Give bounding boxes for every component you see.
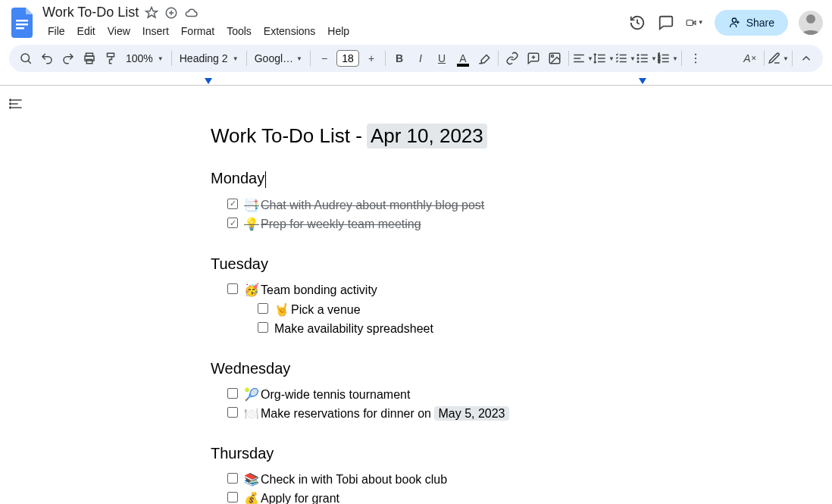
menu-format[interactable]: Format bbox=[176, 22, 220, 40]
menu-help[interactable]: Help bbox=[322, 22, 355, 40]
thursday-list: 📚Check in with Tobi about book club 💰App… bbox=[211, 470, 832, 504]
docs-logo-icon[interactable] bbox=[9, 9, 36, 36]
history-icon[interactable] bbox=[628, 14, 646, 32]
separator bbox=[792, 51, 793, 66]
list-item[interactable]: 💡Prep for weekly team meeting bbox=[211, 214, 832, 234]
zoom-select[interactable]: 100%▼ bbox=[121, 52, 168, 64]
search-icon[interactable] bbox=[15, 48, 36, 69]
heading-prefix: Work To-Do List - bbox=[211, 124, 362, 148]
doc-heading[interactable]: Work To-Do List - Apr 10, 2023 bbox=[211, 124, 832, 149]
checkbox-icon[interactable] bbox=[227, 388, 238, 399]
menu-edit[interactable]: Edit bbox=[72, 22, 101, 40]
list-item[interactable]: 🥳Team bonding activity bbox=[211, 280, 832, 300]
emoji-icon: 📚 bbox=[244, 473, 259, 486]
indent-marker-left-icon[interactable] bbox=[205, 78, 212, 84]
clear-formatting-icon[interactable]: A✕ bbox=[740, 48, 761, 69]
menubar: File Edit View Insert Format Tools Exten… bbox=[42, 22, 622, 40]
svg-rect-4 bbox=[687, 20, 693, 25]
font-size-input[interactable] bbox=[336, 50, 359, 67]
checkbox-icon[interactable] bbox=[227, 492, 238, 502]
share-button[interactable]: Share bbox=[715, 10, 788, 36]
list-item[interactable]: 📚Check in with Tobi about book club bbox=[211, 470, 832, 490]
section-tuesday[interactable]: Tuesday bbox=[211, 255, 832, 273]
svg-point-11 bbox=[552, 55, 554, 58]
list-item[interactable]: 🍽️Make reservations for dinner on May 5,… bbox=[211, 404, 832, 424]
svg-point-23 bbox=[10, 107, 11, 108]
checkbox-icon[interactable] bbox=[227, 473, 238, 484]
print-icon[interactable] bbox=[79, 48, 100, 69]
comments-icon[interactable] bbox=[657, 14, 675, 32]
move-icon[interactable] bbox=[164, 6, 178, 20]
indent-marker-right-icon[interactable] bbox=[639, 78, 646, 84]
highlight-icon[interactable] bbox=[474, 48, 495, 69]
list-item[interactable]: 🎾Org-wide tennis tournament bbox=[211, 385, 832, 405]
menu-extensions[interactable]: Extensions bbox=[258, 22, 321, 40]
checkbox-icon[interactable] bbox=[258, 322, 268, 333]
avatar[interactable] bbox=[799, 11, 823, 35]
list-item[interactable]: 💰Apply for grant bbox=[211, 489, 832, 504]
editing-mode-icon[interactable]: ▼ bbox=[768, 48, 789, 69]
list-item[interactable]: 🤘Pick a venue bbox=[211, 300, 832, 320]
font-select[interactable]: Googl…▼ bbox=[250, 52, 307, 64]
align-icon[interactable]: ▼ bbox=[572, 48, 593, 69]
item-label: Make reservations for dinner on bbox=[261, 407, 434, 420]
doc-title[interactable]: Work To-Do List bbox=[42, 5, 139, 20]
bullets-icon[interactable]: ▼ bbox=[636, 48, 657, 69]
emoji-icon: 🎾 bbox=[244, 388, 259, 401]
header-right: ▼ Share bbox=[628, 10, 823, 36]
font-size-increase[interactable]: + bbox=[361, 48, 382, 69]
separator bbox=[246, 51, 247, 66]
bold-icon[interactable]: B bbox=[389, 48, 410, 69]
menu-view[interactable]: View bbox=[102, 22, 136, 40]
outline-toggle-icon[interactable] bbox=[8, 95, 26, 113]
undo-icon[interactable] bbox=[36, 48, 58, 69]
menu-file[interactable]: File bbox=[42, 22, 70, 40]
line-spacing-icon[interactable]: ▼ bbox=[593, 48, 615, 69]
checklist-icon[interactable]: ▼ bbox=[615, 48, 636, 69]
section-thursday[interactable]: Thursday bbox=[211, 445, 832, 462]
list-item[interactable]: Make availability spreadsheet bbox=[211, 319, 832, 339]
svg-rect-0 bbox=[16, 20, 28, 22]
meet-icon[interactable]: ▼ bbox=[686, 14, 704, 32]
document-page[interactable]: Work To-Do List - Apr 10, 2023 Monday 📑C… bbox=[33, 86, 832, 504]
section-wednesday[interactable]: Wednesday bbox=[211, 360, 832, 377]
paint-format-icon[interactable] bbox=[100, 48, 121, 69]
date-chip[interactable]: Apr 10, 2023 bbox=[367, 124, 487, 149]
checkbox-icon[interactable] bbox=[227, 283, 238, 294]
checkbox-icon[interactable] bbox=[227, 199, 238, 209]
item-label: Prep for weekly team meeting bbox=[261, 218, 421, 230]
redo-icon[interactable] bbox=[58, 48, 79, 69]
cloud-status-icon[interactable] bbox=[184, 6, 198, 20]
date-chip[interactable]: May 5, 2023 bbox=[434, 406, 508, 421]
item-label: Team bonding activity bbox=[261, 283, 377, 296]
underline-icon[interactable]: U bbox=[431, 48, 452, 69]
star-icon[interactable] bbox=[145, 6, 158, 20]
collapse-toolbar-icon[interactable] bbox=[796, 48, 817, 69]
font-size-decrease[interactable]: − bbox=[314, 48, 335, 69]
doc-meta: Work To-Do List File Edit View Insert Fo… bbox=[42, 5, 622, 40]
svg-point-6 bbox=[21, 54, 30, 62]
checkbox-icon[interactable] bbox=[227, 218, 238, 228]
menu-insert[interactable]: Insert bbox=[137, 22, 174, 40]
separator bbox=[310, 51, 311, 66]
insert-image-icon[interactable] bbox=[544, 48, 565, 69]
add-comment-icon[interactable] bbox=[523, 48, 544, 69]
ruler[interactable] bbox=[0, 77, 832, 86]
checkbox-icon[interactable] bbox=[227, 407, 238, 418]
numbered-list-icon[interactable]: 123▼ bbox=[657, 48, 678, 69]
item-label: Chat with Audrey about monthly blog post bbox=[261, 199, 484, 211]
styles-select[interactable]: Heading 2▼ bbox=[175, 52, 243, 64]
emoji-icon: 🤘 bbox=[274, 303, 289, 316]
text-color-icon[interactable]: A bbox=[452, 48, 474, 69]
emoji-icon: 💡 bbox=[244, 218, 259, 230]
svg-point-21 bbox=[10, 99, 11, 101]
italic-icon[interactable]: I bbox=[410, 48, 431, 69]
more-icon[interactable] bbox=[685, 48, 706, 69]
svg-rect-2 bbox=[16, 27, 24, 30]
list-item[interactable]: 📑Chat with Audrey about monthly blog pos… bbox=[211, 196, 832, 215]
emoji-icon: 💰 bbox=[244, 492, 259, 504]
menu-tools[interactable]: Tools bbox=[221, 22, 257, 40]
section-monday[interactable]: Monday bbox=[211, 170, 832, 188]
link-icon[interactable] bbox=[502, 48, 523, 69]
checkbox-icon[interactable] bbox=[258, 303, 268, 314]
